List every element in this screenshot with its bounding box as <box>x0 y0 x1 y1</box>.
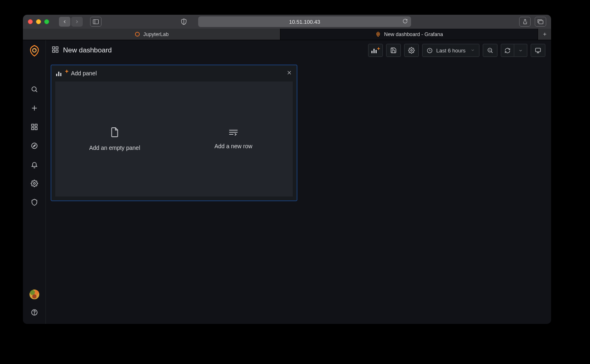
share-button[interactable] <box>519 17 531 27</box>
browser-tab-row: JupyterLab New dashboard - Grafana <box>23 29 551 40</box>
grafana-icon <box>375 32 381 37</box>
svg-rect-31 <box>536 48 540 52</box>
svg-point-4 <box>135 32 139 36</box>
left-nav <box>23 40 46 324</box>
plus-icon: + <box>65 68 68 75</box>
svg-marker-18 <box>33 145 36 147</box>
svg-rect-3 <box>539 20 543 24</box>
grafana-logo[interactable] <box>28 44 41 57</box>
svg-line-10 <box>36 90 37 92</box>
back-button[interactable] <box>59 17 70 27</box>
forward-button[interactable] <box>71 17 83 27</box>
nav-create-icon[interactable] <box>27 101 42 115</box>
svg-rect-22 <box>52 47 54 49</box>
refresh-button[interactable] <box>501 44 514 57</box>
address-bar[interactable]: 10.51.100.43 <box>198 16 411 27</box>
clock-icon <box>427 47 433 54</box>
add-panel-widget: + Add panel Add an empty panel <box>51 65 297 201</box>
dashboard-icon <box>52 46 59 55</box>
svg-rect-0 <box>93 20 99 24</box>
save-dashboard-button[interactable] <box>386 44 401 57</box>
window-controls <box>28 19 49 24</box>
zoom-window-button[interactable] <box>44 19 49 24</box>
add-new-row-label: Add a new row <box>215 143 253 149</box>
tabs-overview-button[interactable] <box>535 17 546 27</box>
add-panel-header: + Add panel <box>51 65 297 81</box>
svg-point-5 <box>377 33 378 34</box>
chevron-down-icon <box>470 47 475 54</box>
dashboard-canvas: + Add panel Add an empty panel <box>46 61 551 324</box>
svg-point-9 <box>32 87 36 91</box>
svg-rect-23 <box>56 47 58 49</box>
page-title: New dashboard <box>63 46 112 54</box>
nav-configuration-icon[interactable] <box>27 176 42 191</box>
tab-label: New dashboard - Grafana <box>384 32 443 37</box>
plus-icon: + <box>377 45 380 52</box>
file-icon <box>110 127 119 139</box>
svg-rect-25 <box>56 50 58 52</box>
browser-titlebar: 10.51.100.43 <box>23 15 551 29</box>
refresh-split-button <box>501 44 527 57</box>
add-empty-panel-button[interactable]: Add an empty panel <box>55 81 174 197</box>
titlebar-right-buttons <box>519 17 546 27</box>
add-panel-title: Add panel <box>71 70 97 77</box>
tab-jupyterlab[interactable]: JupyterLab <box>23 29 280 40</box>
add-new-row-button[interactable]: Add a new row <box>174 81 293 197</box>
sidebar-toggle-button[interactable] <box>90 17 102 27</box>
topbar-right: + Last 6 hours <box>368 44 545 57</box>
dashboard-settings-button[interactable] <box>404 44 419 57</box>
topbar: New dashboard + <box>46 40 551 61</box>
nav-help-icon[interactable] <box>27 305 42 320</box>
nav-dashboards-icon[interactable] <box>27 120 42 134</box>
nav-buttons <box>59 17 83 27</box>
svg-rect-16 <box>35 128 37 130</box>
reload-icon[interactable] <box>402 18 408 25</box>
tab-grafana[interactable]: New dashboard - Grafana <box>280 29 538 40</box>
close-window-button[interactable] <box>28 19 33 24</box>
nav-alerting-icon[interactable] <box>27 157 42 172</box>
svg-rect-24 <box>52 50 54 52</box>
svg-point-26 <box>411 50 412 51</box>
row-icon <box>228 129 238 137</box>
nav-server-admin-icon[interactable] <box>27 195 42 210</box>
browser-window: 10.51.100.43 JupyterLab New dashb <box>23 15 551 324</box>
close-add-panel-button[interactable] <box>287 70 292 77</box>
main-area: New dashboard + <box>46 40 551 324</box>
svg-line-29 <box>491 52 493 53</box>
minimize-window-button[interactable] <box>36 19 41 24</box>
bars-icon <box>56 70 61 76</box>
svg-point-19 <box>33 183 35 185</box>
grafana-app: New dashboard + <box>23 40 551 324</box>
add-panel-body: Add an empty panel Add a new row <box>55 81 293 197</box>
jupyter-icon <box>134 32 140 37</box>
svg-point-17 <box>32 143 37 149</box>
add-panel-button[interactable]: + <box>368 44 383 57</box>
time-range-picker[interactable]: Last 6 hours <box>422 44 479 57</box>
tv-mode-button[interactable] <box>531 44 545 57</box>
tab-label: JupyterLab <box>143 32 169 37</box>
refresh-interval-dropdown[interactable] <box>514 44 527 57</box>
add-empty-panel-label: Add an empty panel <box>89 145 140 151</box>
time-range-label: Last 6 hours <box>436 47 466 54</box>
svg-rect-13 <box>32 124 34 126</box>
bars-icon <box>371 47 377 53</box>
new-tab-button[interactable] <box>538 29 551 40</box>
nav-explore-icon[interactable] <box>27 138 42 153</box>
svg-rect-15 <box>32 128 34 130</box>
nav-search-icon[interactable] <box>27 82 42 97</box>
zoom-out-button[interactable] <box>483 44 497 57</box>
svg-point-21 <box>34 314 34 314</box>
privacy-shield-icon[interactable] <box>179 17 189 27</box>
user-avatar[interactable] <box>29 289 39 299</box>
address-text: 10.51.100.43 <box>289 19 320 25</box>
breadcrumb[interactable]: New dashboard <box>52 46 112 55</box>
svg-rect-14 <box>35 124 37 126</box>
